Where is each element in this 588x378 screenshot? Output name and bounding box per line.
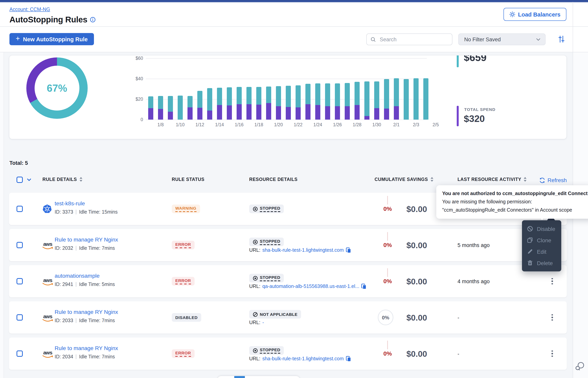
- chart-bar: [276, 86, 281, 120]
- chart-x-tick: 1/20: [274, 122, 283, 127]
- chart-x-tick: 1/16: [235, 122, 244, 127]
- savings-segment: [305, 84, 310, 104]
- resource-state-badge: STOPPED: [249, 274, 284, 283]
- spend-segment: [335, 106, 340, 120]
- row-actions-kebab[interactable]: [548, 276, 556, 286]
- row-checkbox[interactable]: [16, 351, 23, 357]
- savings-segment: [404, 79, 409, 120]
- rule-name-link[interactable]: Rule to manage RY Nginx: [55, 309, 118, 315]
- resource-url-link[interactable]: qa-automation-alb-515563988.us-east-1.el…: [262, 284, 359, 289]
- stopped-icon: [253, 239, 258, 244]
- resource-url-link[interactable]: sha-bulk-rule-test-1.lightwingtest.com: [262, 356, 344, 362]
- tooltip-line: You are missing the following permission…: [442, 199, 588, 205]
- chart-bar: [394, 79, 399, 120]
- chart-y-tick: $20: [127, 97, 143, 101]
- filter-panel-button[interactable]: [557, 35, 566, 44]
- provider-icon-wrap: aws: [42, 240, 53, 250]
- divider: [76, 318, 77, 323]
- aws-icon: aws: [42, 350, 53, 358]
- menu-item-edit[interactable]: Edit: [522, 246, 561, 257]
- disable-icon: [527, 226, 533, 232]
- chart-y-tick: 0: [127, 117, 143, 122]
- savings-segment: [295, 85, 301, 107]
- menu-item-disable[interactable]: Disable: [522, 223, 561, 234]
- chart-bar: [256, 87, 261, 120]
- resource-url: URL: qa-automation-alb-515563988.us-east…: [249, 284, 366, 289]
- search-input[interactable]: [379, 36, 448, 43]
- spend-segment: [197, 108, 203, 120]
- sort-icon[interactable]: [430, 177, 434, 182]
- chart-bar: [423, 78, 428, 120]
- rule-name-link[interactable]: automationsample: [55, 273, 100, 279]
- sort-icon[interactable]: [79, 177, 82, 182]
- total-savings-legend-bar: [457, 55, 459, 67]
- savings-segment: [325, 83, 330, 106]
- savings-segment: [423, 78, 428, 120]
- saved-filter-select[interactable]: No Filter Saved: [458, 33, 546, 45]
- search-icon: [371, 36, 376, 42]
- savings-segment: [413, 79, 419, 120]
- resource-url-link[interactable]: sha-bulk-rule-test-1.lightwingtest.com: [262, 247, 344, 253]
- edit-icon: [527, 249, 533, 255]
- chart-bar: [207, 88, 212, 120]
- spend-segment: [148, 108, 153, 120]
- bulk-select-chevron-icon[interactable]: [27, 178, 31, 181]
- chart-bar: [266, 87, 271, 120]
- autostopping-rules-page: Account: CCM-NG AutoStopping Rules Load …: [0, 0, 588, 378]
- info-icon[interactable]: [90, 17, 96, 22]
- rule-name-link[interactable]: Rule to manage RY Nginx: [55, 345, 118, 351]
- row-actions-kebab[interactable]: [548, 312, 556, 323]
- menu-item-delete[interactable]: Delete: [522, 257, 561, 269]
- spend-segment: [227, 105, 232, 120]
- pagination[interactable]: [217, 376, 300, 378]
- help-chat-button[interactable]: [575, 361, 585, 373]
- sort-icon[interactable]: [524, 177, 527, 182]
- chart-x-tick: 1/24: [313, 122, 322, 127]
- savings-percent-label: 67%: [26, 57, 88, 119]
- resource-url: URL: sha-bulk-rule-test-1.lightwingtest.…: [249, 356, 351, 362]
- savings-amount: $0.00: [406, 313, 427, 323]
- rule-name-link[interactable]: Rule to manage RY Nginx: [55, 236, 118, 243]
- savings-segment: [217, 88, 222, 105]
- row-checkbox[interactable]: [16, 242, 23, 248]
- account-breadcrumb[interactable]: Account: CCM-NG: [9, 7, 50, 12]
- chart-gridline: [146, 58, 427, 59]
- column-last-resource-activity[interactable]: LAST RESOURCE ACTIVITY: [458, 177, 527, 182]
- spend-segment: [394, 106, 399, 120]
- url-label: URL:: [249, 284, 260, 289]
- chart-gridline: [146, 120, 427, 120]
- tooltip-line: You are not authorized to ccm_autostoppi…: [442, 190, 588, 197]
- savings-tick-mark: [387, 232, 388, 241]
- load-balancers-button[interactable]: Load Balancers: [503, 8, 566, 21]
- rule-id-line: ID: 2032Idle Time: 7mins: [55, 245, 115, 251]
- copy-icon[interactable]: [346, 247, 351, 253]
- refresh-button[interactable]: Refresh: [539, 177, 567, 183]
- total-spend-legend-bar: [457, 106, 459, 126]
- new-autostopping-rule-button[interactable]: + New AutoStopping Rule: [9, 33, 94, 45]
- rule-name-link[interactable]: test-k8s-rule: [55, 200, 85, 206]
- row-checkbox[interactable]: [16, 206, 23, 212]
- rule-row: aws Rule to manage RY Nginx ID: 2032Idle…: [9, 229, 567, 261]
- row-checkbox[interactable]: [16, 278, 23, 284]
- select-all-checkbox[interactable]: [16, 177, 23, 183]
- chart-bar: [374, 81, 379, 120]
- column-rule-details[interactable]: RULE DETAILS: [42, 177, 82, 182]
- copy-icon[interactable]: [346, 356, 351, 362]
- menu-item-clone[interactable]: Clone: [522, 234, 561, 246]
- resource-url-link[interactable]: -: [262, 320, 264, 325]
- spend-segment: [168, 111, 173, 120]
- chart-bar: [295, 85, 301, 120]
- tooltip-tail: [538, 215, 546, 220]
- resource-state-badge: NOT APPLICABLE: [249, 310, 301, 319]
- provider-icon-wrap: aws: [42, 277, 53, 286]
- last-activity: 5 months ago: [458, 242, 490, 248]
- savings-segment: [355, 82, 360, 105]
- spend-segment: [325, 106, 330, 120]
- chart-x-tick: 1/12: [195, 122, 205, 127]
- pagination-active-page[interactable]: [234, 376, 245, 378]
- column-cumulative-savings[interactable]: CUMULATIVE SAVINGS: [375, 177, 434, 182]
- spend-segment: [305, 104, 310, 120]
- row-actions-kebab[interactable]: [548, 349, 556, 359]
- copy-icon[interactable]: [361, 284, 366, 289]
- row-checkbox[interactable]: [16, 314, 23, 321]
